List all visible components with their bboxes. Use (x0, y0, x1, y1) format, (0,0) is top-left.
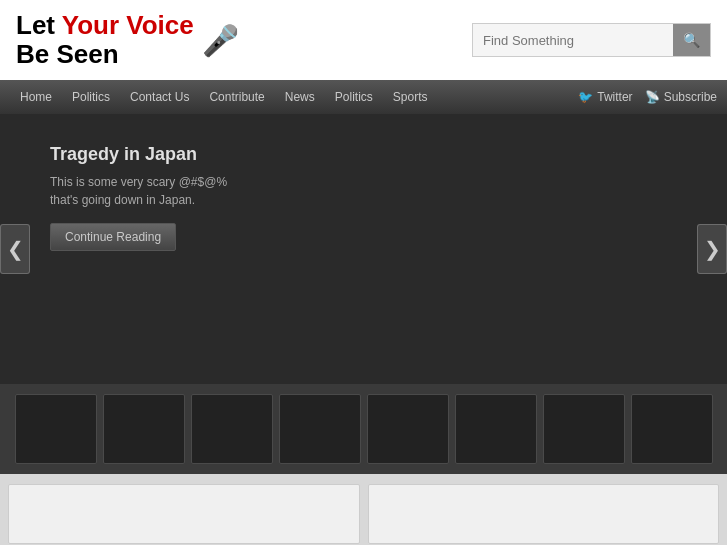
thumbnail-8[interactable] (631, 394, 713, 464)
nav-right: 🐦 Twitter 📡 Subscribe (578, 90, 717, 104)
search-button[interactable]: 🔍 (673, 24, 710, 56)
thumbnail-4[interactable] (279, 394, 361, 464)
header: Let Your Voice Be Seen 🎤 🔍 (0, 0, 727, 80)
bottom-card-2[interactable] (368, 484, 720, 544)
nav-home[interactable]: Home (10, 80, 62, 114)
next-arrow-button[interactable]: ❯ (697, 224, 727, 274)
nav-twitter[interactable]: 🐦 Twitter (578, 90, 632, 104)
prev-arrow-button[interactable]: ❮ (0, 224, 30, 274)
subscribe-label: Subscribe (664, 90, 717, 104)
microphone-icon: 🎤 (202, 23, 239, 58)
thumbnail-5[interactable] (367, 394, 449, 464)
nav-subscribe[interactable]: 📡 Subscribe (645, 90, 717, 104)
hero-description: This is some very scary @#$@% that's goi… (50, 173, 227, 209)
thumbnail-strip (0, 384, 727, 474)
thumbnail-2[interactable] (103, 394, 185, 464)
thumbnail-7[interactable] (543, 394, 625, 464)
hero-content: Tragedy in Japan This is some very scary… (50, 144, 227, 251)
nav-politics1[interactable]: Politics (62, 80, 120, 114)
thumbnail-1[interactable] (15, 394, 97, 464)
continue-reading-button[interactable]: Continue Reading (50, 223, 176, 251)
nav-sports[interactable]: Sports (383, 80, 438, 114)
logo-text: Let Your Voice Be Seen (16, 11, 194, 68)
thumbnail-3[interactable] (191, 394, 273, 464)
twitter-label: Twitter (597, 90, 632, 104)
logo-line2: Be Seen (16, 39, 119, 69)
thumbnail-6[interactable] (455, 394, 537, 464)
bottom-area (0, 474, 727, 545)
nav-contact[interactable]: Contact Us (120, 80, 199, 114)
search-area: 🔍 (472, 23, 711, 57)
nav-politics2[interactable]: Politics (325, 80, 383, 114)
hero-title: Tragedy in Japan (50, 144, 227, 165)
rss-icon: 📡 (645, 90, 660, 104)
logo-line1: Let Your Voice (16, 10, 194, 40)
nav-left: Home Politics Contact Us Contribute News… (10, 80, 437, 114)
hero-slider: ❮ Tragedy in Japan This is some very sca… (0, 114, 727, 384)
bottom-card-1[interactable] (8, 484, 360, 544)
nav-contribute[interactable]: Contribute (199, 80, 274, 114)
navbar: Home Politics Contact Us Contribute News… (0, 80, 727, 114)
search-input[interactable] (473, 27, 673, 54)
logo-area: Let Your Voice Be Seen 🎤 (16, 11, 239, 68)
search-icon: 🔍 (683, 32, 700, 48)
twitter-icon: 🐦 (578, 90, 593, 104)
nav-news[interactable]: News (275, 80, 325, 114)
